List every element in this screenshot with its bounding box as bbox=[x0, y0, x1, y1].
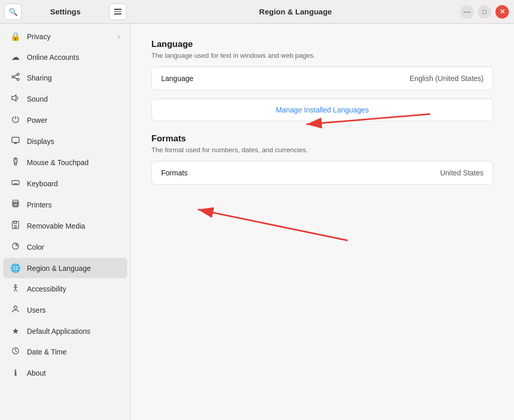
svg-line-3 bbox=[14, 75, 17, 76]
language-section-title: Language bbox=[151, 39, 493, 50]
svg-point-1 bbox=[17, 73, 19, 75]
sidebar-item-displays[interactable]: Displays bbox=[3, 131, 127, 152]
date-time-icon bbox=[10, 347, 21, 357]
sidebar-label-users: Users bbox=[27, 306, 120, 314]
language-row-label: Language bbox=[161, 74, 410, 83]
svg-line-4 bbox=[14, 77, 17, 79]
removable-media-icon bbox=[10, 221, 21, 231]
sidebar-item-date-time[interactable]: Date & Time bbox=[3, 342, 127, 362]
svg-line-30 bbox=[14, 289, 15, 292]
online-accounts-icon: ☁ bbox=[10, 52, 21, 62]
svg-point-25 bbox=[14, 225, 17, 228]
minimize-button[interactable]: — bbox=[460, 5, 474, 19]
language-row-value: English (United States) bbox=[410, 74, 484, 83]
sidebar-item-accessibility[interactable]: Accessibility bbox=[3, 279, 127, 299]
privacy-icon: 🔒 bbox=[10, 31, 21, 41]
sidebar-item-about[interactable]: ℹ About bbox=[3, 363, 127, 383]
sidebar-item-keyboard[interactable]: Keyboard bbox=[3, 173, 127, 194]
sidebar-label-default-applications: Default Applications bbox=[27, 327, 120, 335]
sidebar-item-privacy[interactable]: 🔒 Privacy › bbox=[3, 26, 127, 46]
sidebar-item-mouse-touchpad[interactable]: Mouse & Touchpad bbox=[3, 152, 127, 173]
svg-line-38 bbox=[198, 209, 348, 240]
default-applications-icon: ★ bbox=[10, 326, 21, 336]
displays-icon bbox=[10, 136, 21, 147]
power-icon bbox=[10, 115, 21, 125]
close-button[interactable]: ✕ bbox=[495, 5, 509, 19]
svg-rect-6 bbox=[12, 137, 19, 142]
sidebar-item-online-accounts[interactable]: ☁ Online Accounts bbox=[3, 47, 127, 67]
region-language-icon: 🌐 bbox=[10, 263, 21, 273]
accessibility-icon bbox=[10, 284, 21, 294]
sidebar-label-sharing: Sharing bbox=[27, 74, 120, 82]
language-row[interactable]: Language English (United States) bbox=[152, 67, 493, 90]
sidebar-label-printers: Printers bbox=[27, 201, 120, 209]
svg-point-11 bbox=[14, 163, 17, 165]
keyboard-icon bbox=[10, 179, 21, 189]
sidebar-item-printers[interactable]: Printers bbox=[3, 195, 127, 215]
sound-icon bbox=[10, 94, 21, 104]
content-area: Language The language used for text in w… bbox=[131, 24, 514, 420]
sidebar: 🔒 Privacy › ☁ Online Accounts Sharing bbox=[0, 24, 131, 420]
hamburger-line2 bbox=[114, 11, 121, 12]
window-controls: — □ ✕ bbox=[460, 5, 514, 19]
maximize-button[interactable]: □ bbox=[478, 5, 491, 19]
sidebar-label-keyboard: Keyboard bbox=[27, 180, 120, 188]
sidebar-item-removable-media[interactable]: Removable Media bbox=[3, 216, 127, 236]
sidebar-label-accessibility: Accessibility bbox=[27, 285, 120, 293]
formats-section-desc: The format used for numbers, dates, and … bbox=[151, 146, 493, 154]
main-layout: 🔒 Privacy › ☁ Online Accounts Sharing bbox=[0, 24, 514, 420]
svg-rect-19 bbox=[13, 200, 18, 203]
manage-installed-languages-button[interactable]: Manage Installed Languages bbox=[151, 99, 493, 121]
titlebar-settings-label: Settings bbox=[25, 7, 106, 16]
svg-point-27 bbox=[15, 285, 17, 286]
titlebar: 🔍 Settings Region & Language — □ ✕ bbox=[0, 0, 514, 24]
color-icon bbox=[10, 242, 21, 252]
sidebar-label-power: Power bbox=[27, 116, 120, 124]
search-button[interactable]: 🔍 bbox=[4, 4, 22, 20]
printers-icon bbox=[10, 200, 21, 210]
hamburger-line3 bbox=[114, 13, 121, 14]
formats-card: Formats United States bbox=[151, 161, 493, 185]
svg-rect-24 bbox=[14, 221, 17, 223]
sidebar-label-color: Color bbox=[27, 243, 120, 251]
about-icon: ℹ bbox=[10, 368, 21, 378]
sharing-icon bbox=[10, 73, 21, 83]
svg-line-35 bbox=[15, 351, 17, 352]
formats-row-label: Formats bbox=[161, 169, 440, 177]
sidebar-label-date-time: Date & Time bbox=[27, 348, 120, 356]
sidebar-label-online-accounts: Online Accounts bbox=[27, 53, 120, 61]
users-icon bbox=[10, 305, 21, 315]
sidebar-label-removable-media: Removable Media bbox=[27, 222, 120, 230]
language-card: Language English (United States) bbox=[151, 67, 493, 90]
menu-button[interactable] bbox=[109, 4, 127, 20]
formats-row-value: United States bbox=[440, 169, 484, 177]
hamburger-line1 bbox=[114, 9, 121, 10]
titlebar-left: 🔍 Settings bbox=[0, 4, 131, 20]
formats-section-title: Formats bbox=[151, 134, 493, 144]
svg-point-2 bbox=[17, 78, 19, 80]
sidebar-label-mouse: Mouse & Touchpad bbox=[27, 158, 120, 167]
sidebar-item-sound[interactable]: Sound bbox=[3, 89, 127, 109]
svg-point-32 bbox=[14, 306, 17, 309]
svg-line-31 bbox=[15, 289, 17, 292]
sidebar-item-users[interactable]: Users bbox=[3, 300, 127, 320]
svg-marker-5 bbox=[12, 95, 16, 101]
svg-point-0 bbox=[12, 76, 14, 78]
sidebar-label-region-language: Region & Language bbox=[27, 264, 120, 272]
page-title: Region & Language bbox=[131, 7, 460, 16]
sidebar-label-about: About bbox=[27, 369, 120, 377]
language-section-desc: The language used for text in windows an… bbox=[151, 52, 493, 59]
formats-row[interactable]: Formats United States bbox=[152, 161, 493, 184]
chevron-icon-privacy: › bbox=[118, 33, 120, 40]
sidebar-item-default-applications[interactable]: ★ Default Applications bbox=[3, 321, 127, 341]
sidebar-label-privacy: Privacy bbox=[27, 33, 112, 41]
sidebar-item-color[interactable]: Color bbox=[3, 237, 127, 257]
sidebar-item-power[interactable]: Power bbox=[3, 110, 127, 131]
sidebar-item-region-language[interactable]: 🌐 Region & Language bbox=[3, 258, 127, 278]
mouse-icon bbox=[10, 157, 21, 168]
sidebar-item-sharing[interactable]: Sharing bbox=[3, 68, 127, 88]
svg-rect-12 bbox=[12, 181, 19, 185]
sidebar-label-displays: Displays bbox=[27, 137, 120, 146]
sidebar-label-sound: Sound bbox=[27, 95, 120, 103]
